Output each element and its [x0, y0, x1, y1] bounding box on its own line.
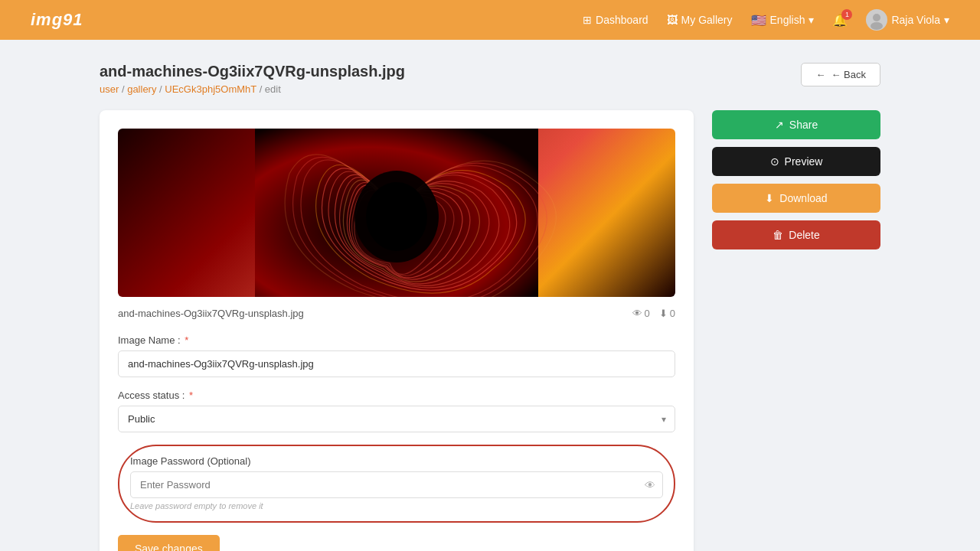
downloads-icon: ⬇ [659, 308, 668, 319]
share-icon: ↗ [775, 119, 784, 131]
breadcrumb-user[interactable]: user [100, 83, 119, 95]
password-section: Image Password (Optional) 👁 Leave passwo… [118, 445, 675, 523]
svg-point-1 [871, 22, 883, 30]
password-input[interactable] [130, 471, 663, 498]
access-select-wrapper: Public Private ▾ [118, 406, 675, 432]
nav-dashboard[interactable]: ⊞ Dashboard [583, 14, 648, 26]
svg-point-4 [366, 182, 427, 251]
gallery-icon: 🖼 [667, 14, 678, 26]
image-filename: and-machines-Og3iix7QVRg-unsplash.jpg [118, 308, 304, 319]
notification-badge: 1 [841, 9, 852, 20]
dashboard-icon: ⊞ [583, 14, 592, 26]
breadcrumb: user / gallery / UEcGk3phj5OmMhT / edit [100, 83, 405, 95]
password-input-wrapper: 👁 [130, 471, 663, 498]
download-label: Download [779, 192, 827, 204]
download-button[interactable]: ⬇ Download [712, 184, 880, 213]
nav-language[interactable]: 🇺🇸 English ▾ [751, 13, 815, 28]
nav-dashboard-label: Dashboard [596, 14, 648, 26]
user-chevron-icon: ▾ [944, 14, 949, 26]
back-button[interactable]: ← ← Back [801, 63, 880, 86]
access-status-select[interactable]: Public Private [118, 406, 675, 432]
breadcrumb-edit: edit [265, 83, 281, 95]
back-button-label: ← Back [831, 69, 866, 80]
share-label: Share [789, 119, 818, 131]
flag-icon: 🇺🇸 [751, 13, 766, 28]
download-icon: ⬇ [765, 192, 774, 204]
logo: img91 [31, 10, 83, 30]
image-name-group: Image Name : * [118, 334, 675, 377]
page-title-section: and-machines-Og3iix7QVRg-unsplash.jpg us… [100, 63, 405, 95]
back-arrow-icon: ← [815, 69, 825, 80]
image-name-label: Image Name : * [118, 334, 675, 346]
image-meta: and-machines-Og3iix7QVRg-unsplash.jpg 👁 … [118, 308, 675, 319]
views-icon: 👁 [632, 308, 642, 319]
views-stat: 👁 0 [632, 308, 650, 319]
language-chevron-icon: ▾ [808, 14, 814, 26]
page-title: and-machines-Og3iix7QVRg-unsplash.jpg [100, 63, 405, 80]
share-button[interactable]: ↗ Share [712, 110, 880, 139]
breadcrumb-gallery[interactable]: gallery [127, 83, 156, 95]
eye-icon[interactable]: 👁 [645, 479, 655, 491]
delete-icon: 🗑 [773, 229, 783, 241]
breadcrumb-gallery-id[interactable]: UEcGk3phj5OmMhT [165, 83, 256, 95]
required-star-2: * [189, 390, 193, 401]
views-count: 0 [645, 308, 650, 319]
downloads-stat: ⬇ 0 [659, 308, 675, 319]
preview-label: Preview [785, 155, 823, 168]
image-name-input[interactable] [118, 350, 675, 377]
nav-gallery[interactable]: 🖼 My Gallery [667, 14, 733, 26]
preview-button[interactable]: ⊙ Preview [712, 147, 880, 176]
right-card: ↗ Share ⊙ Preview ⬇ Download 🗑 Delete [712, 110, 880, 249]
nav-language-label: English [770, 14, 805, 26]
header-nav: ⊞ Dashboard 🖼 My Gallery 🇺🇸 English ▾ 🔔 … [583, 9, 949, 31]
page-header: and-machines-Og3iix7QVRg-unsplash.jpg us… [100, 63, 880, 95]
required-star: * [185, 334, 188, 346]
nav-gallery-label: My Gallery [681, 14, 733, 26]
svg-point-0 [873, 14, 880, 21]
preview-icon: ⊙ [770, 155, 779, 168]
delete-button[interactable]: 🗑 Delete [712, 220, 880, 249]
left-card: and-machines-Og3iix7QVRg-unsplash.jpg 👁 … [100, 110, 694, 551]
access-status-group: Access status : * Public Private ▾ [118, 390, 675, 432]
user-menu[interactable]: Raja Viola ▾ [866, 9, 949, 31]
access-status-label: Access status : * [118, 390, 675, 401]
page-content: and-machines-Og3iix7QVRg-unsplash.jpg us… [69, 40, 911, 551]
avatar [866, 9, 887, 31]
password-label: Image Password (Optional) [130, 455, 663, 467]
notification-bell[interactable]: 🔔 1 [832, 13, 848, 28]
password-hint: Leave password empty to remove it [130, 501, 663, 510]
preview-image [118, 129, 675, 297]
save-changes-button[interactable]: Save changes [118, 535, 220, 551]
user-name-label: Raja Viola [891, 14, 940, 26]
image-preview [118, 129, 675, 297]
downloads-count: 0 [670, 308, 675, 319]
image-stats: 👁 0 ⬇ 0 [632, 308, 675, 319]
main-layout: and-machines-Og3iix7QVRg-unsplash.jpg 👁 … [100, 110, 880, 551]
delete-label: Delete [789, 229, 819, 241]
header: img91 ⊞ Dashboard 🖼 My Gallery 🇺🇸 Englis… [0, 0, 980, 40]
